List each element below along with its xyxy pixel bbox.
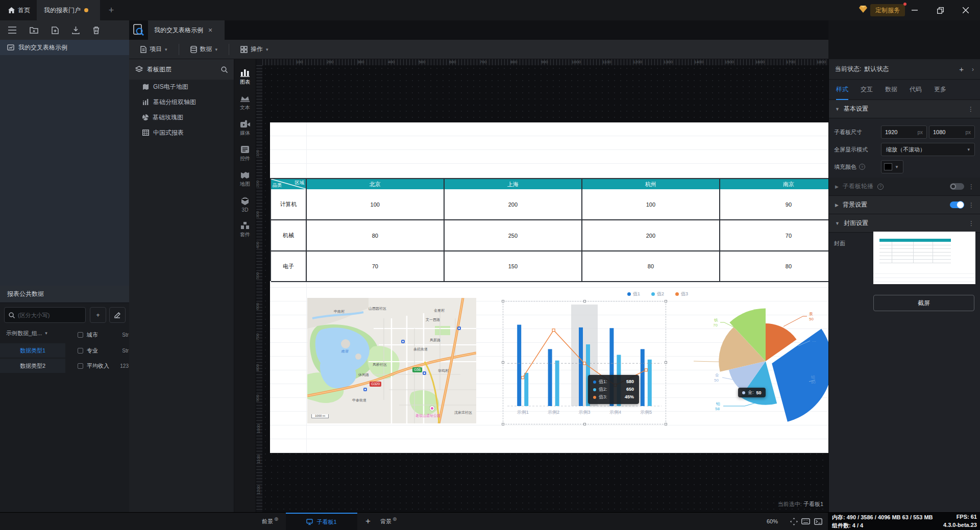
keyboard-icon[interactable] — [801, 517, 810, 526]
tab-more[interactable]: 更多 — [934, 80, 946, 100]
resize-handle[interactable] — [502, 300, 504, 302]
field-major[interactable]: 专业 Str — [78, 345, 129, 356]
add-foreground-icon[interactable]: ⊕ — [274, 516, 278, 522]
board-width-input[interactable] — [885, 129, 909, 135]
resize-handle[interactable] — [665, 300, 667, 302]
cover-section[interactable]: ▼ 封面设置 ⋮ — [829, 214, 980, 233]
checkbox-icon[interactable] — [78, 348, 83, 354]
field-city[interactable]: 城市 Str — [78, 330, 129, 340]
bar-series2[interactable] — [648, 360, 652, 406]
bar-series2[interactable] — [555, 361, 559, 406]
close-window-button[interactable] — [955, 0, 976, 20]
background-section[interactable]: ▶ 背景设置 ⋮ — [829, 196, 980, 214]
resize-handle[interactable] — [583, 423, 586, 425]
zoom-level[interactable]: 60% — [767, 513, 778, 530]
tab-data[interactable]: 数据 — [885, 80, 897, 100]
minimize-button[interactable] — [904, 0, 925, 20]
layer-item-cn-report[interactable]: 中国式报表 — [129, 125, 234, 140]
add-background-icon[interactable]: ⊕ — [393, 516, 397, 522]
component-3d[interactable]: 3D — [240, 196, 250, 213]
download-icon[interactable] — [72, 27, 80, 34]
carousel-section[interactable]: ▶ 子看板轮播 ? ⋮ — [829, 178, 980, 196]
fullscreen-mode-select[interactable]: 缩放（不滚动） ▾ — [881, 143, 975, 156]
preview-doc-icon[interactable] — [133, 24, 144, 36]
new-folder-icon[interactable] — [30, 27, 38, 34]
menu-data[interactable]: 数据 ▾ — [179, 44, 230, 55]
kebab-menu-icon[interactable]: ⋮ — [968, 201, 974, 209]
component-chart[interactable]: 图表 — [240, 68, 250, 86]
tab-style[interactable]: 样式 — [836, 80, 848, 100]
bar-series1[interactable] — [517, 325, 521, 406]
bar-series1[interactable] — [579, 327, 583, 406]
resize-handle[interactable] — [583, 300, 586, 302]
doc-tab-crosstab[interactable]: 我的交叉表格示例 × — [148, 20, 225, 40]
menu-project[interactable]: 项目 ▾ — [129, 44, 179, 55]
design-canvas[interactable]: 1002003004005006007008009001000110012001… — [256, 59, 828, 512]
resize-handle[interactable] — [502, 423, 504, 425]
layer-item-dual-axis[interactable]: 基础分组双轴图 — [129, 95, 234, 109]
basic-settings-section[interactable]: ▼ 基本设置 ⋮ — [829, 100, 980, 118]
file-tree-item-crosstab[interactable]: 我的交叉表格示例 — [0, 40, 129, 55]
board-tab-1[interactable]: 子看板1 — [286, 513, 357, 530]
component-map[interactable]: 地图 — [240, 171, 250, 188]
screenshot-button[interactable]: 截屏 — [873, 295, 974, 311]
search-icon[interactable] — [221, 66, 228, 73]
tab-interaction[interactable]: 交互 — [861, 80, 873, 100]
data-type-2[interactable]: 数据类型2 — [0, 359, 65, 373]
chevron-right-icon[interactable]: › — [972, 66, 974, 73]
checkbox-icon[interactable] — [78, 363, 83, 369]
background-label[interactable]: 背景 ⊕ — [380, 513, 397, 530]
checkbox-icon[interactable] — [78, 332, 83, 338]
poi-icon — [430, 406, 434, 411]
terminal-icon[interactable] — [814, 517, 823, 526]
resize-handle[interactable] — [665, 361, 667, 364]
carousel-toggle[interactable] — [950, 183, 964, 190]
dashboard-page[interactable]: 区域 品类 北京 上海 杭州 南京 计算机 100 200 100 90 机械 — [270, 122, 828, 453]
component-control[interactable]: 控件 — [240, 145, 250, 162]
layer-item-gis-map[interactable]: GIS电子地图 — [129, 80, 234, 94]
menu-icon[interactable] — [8, 27, 16, 34]
tab-portal[interactable]: 我的报表门户 — [37, 0, 100, 20]
dataset-dropdown[interactable]: 示例数据_组... ▾ — [6, 327, 63, 339]
kebab-menu-icon[interactable]: ⋮ — [968, 183, 974, 190]
dual-axis-chart-component[interactable]: 示例1示例2示例3示例4示例5 — [503, 301, 666, 424]
legend-item[interactable]: 值3 — [675, 291, 688, 297]
bar-series1[interactable] — [641, 349, 645, 406]
resize-handle[interactable] — [502, 361, 504, 364]
crosstab-table[interactable]: 区域 品类 北京 上海 杭州 南京 计算机 100 200 100 90 机械 — [270, 178, 828, 281]
background-toggle[interactable] — [950, 201, 964, 208]
legend-item[interactable]: 值2 — [651, 291, 664, 297]
component-media[interactable]: 媒体 — [240, 120, 250, 137]
resize-handle[interactable] — [665, 423, 667, 425]
board-height-input[interactable] — [933, 129, 957, 135]
add-state-button[interactable]: + — [959, 65, 964, 73]
field-income[interactable]: 平均收入 123 — [78, 361, 129, 371]
customize-service-button[interactable]: 定制服务 — [870, 4, 905, 16]
data-search-input[interactable] — [18, 312, 81, 318]
add-dataset-button[interactable]: + — [90, 307, 106, 323]
fit-screen-icon[interactable] — [789, 517, 798, 526]
fill-color-picker[interactable]: ▼ — [881, 160, 903, 173]
restore-button[interactable] — [930, 0, 950, 20]
trash-icon[interactable] — [93, 27, 100, 34]
bar-series2[interactable] — [524, 373, 528, 406]
bar-series1[interactable] — [548, 349, 552, 406]
tab-home[interactable]: 首页 — [0, 0, 37, 20]
edit-dataset-button[interactable] — [109, 307, 126, 323]
kebab-menu-icon[interactable]: ⋮ — [968, 106, 974, 113]
menu-action[interactable]: 操作 ▾ — [229, 44, 280, 55]
legend-item[interactable]: 值1 — [627, 291, 640, 297]
tab-code[interactable]: 代码 — [910, 80, 922, 100]
data-type-1[interactable]: 数据类型1 — [0, 343, 65, 358]
add-board-button[interactable]: + — [361, 515, 375, 528]
close-doc-icon[interactable]: × — [208, 26, 212, 34]
layer-item-rose[interactable]: 基础玫瑰图 — [129, 110, 234, 124]
gis-map-component[interactable]: 中南村 山西园社区 金星村 文一西路 凤新路 余杭街道 凤桥社区 华坞村 中泰街… — [307, 298, 476, 423]
new-tab-button[interactable]: + — [104, 3, 118, 17]
component-text[interactable]: 文本 — [240, 94, 250, 111]
foreground-label[interactable]: 前景 ⊕ — [262, 513, 278, 530]
rose-chart-component[interactable]: 铁 70 汞 50 … 铅 80 金 50 铂 58 — [694, 301, 828, 434]
kebab-menu-icon[interactable]: ⋮ — [968, 220, 974, 227]
new-file-icon[interactable] — [52, 27, 59, 34]
component-suite[interactable]: 套件 — [240, 221, 250, 238]
